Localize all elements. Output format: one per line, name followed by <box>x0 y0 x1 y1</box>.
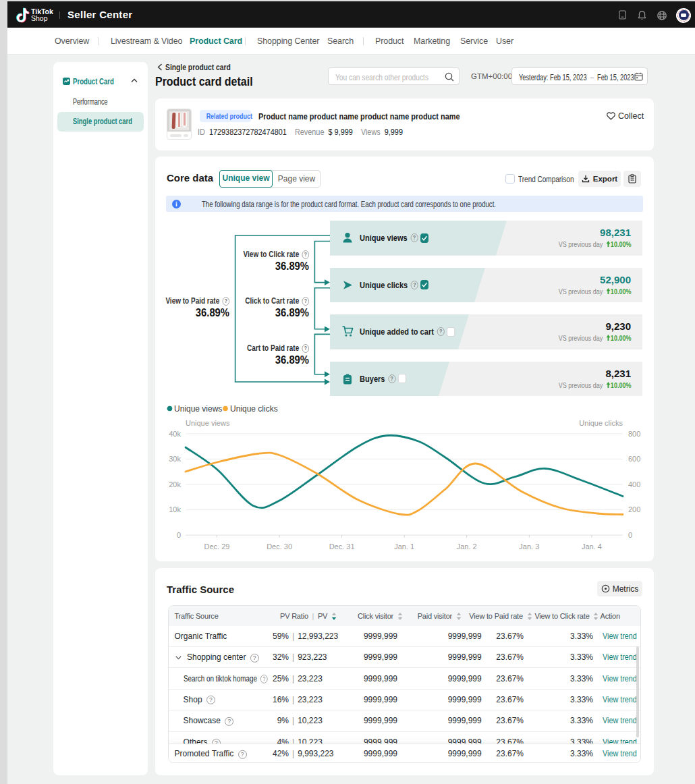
svg-text:Shop: Shop <box>31 14 48 22</box>
svg-text:40k: 40k <box>169 430 181 438</box>
svg-text:Dec. 31: Dec. 31 <box>329 542 355 551</box>
svg-text:400: 400 <box>628 480 640 488</box>
svg-text:10k: 10k <box>169 505 181 513</box>
svg-text:Unique clicks: Unique clicks <box>579 419 623 427</box>
svg-text:30k: 30k <box>169 455 181 463</box>
svg-text:Jan. 2: Jan. 2 <box>457 542 477 551</box>
svg-text:Unique views: Unique views <box>174 404 222 414</box>
svg-text:Jan. 1: Jan. 1 <box>394 542 414 551</box>
svg-text:Jan. 4: Jan. 4 <box>582 542 602 551</box>
svg-text:600: 600 <box>628 455 640 463</box>
svg-text:800: 800 <box>628 430 640 438</box>
svg-text:0: 0 <box>628 531 632 539</box>
svg-text:Unique clicks: Unique clicks <box>230 404 278 414</box>
svg-text:Jan. 3: Jan. 3 <box>519 542 539 551</box>
svg-text:20k: 20k <box>169 480 181 488</box>
svg-text:200: 200 <box>628 505 640 513</box>
svg-text:0: 0 <box>177 531 181 539</box>
svg-text:Unique views: Unique views <box>186 419 230 427</box>
svg-text:Dec. 29: Dec. 29 <box>204 542 230 551</box>
svg-text:Dec. 30: Dec. 30 <box>267 542 292 551</box>
